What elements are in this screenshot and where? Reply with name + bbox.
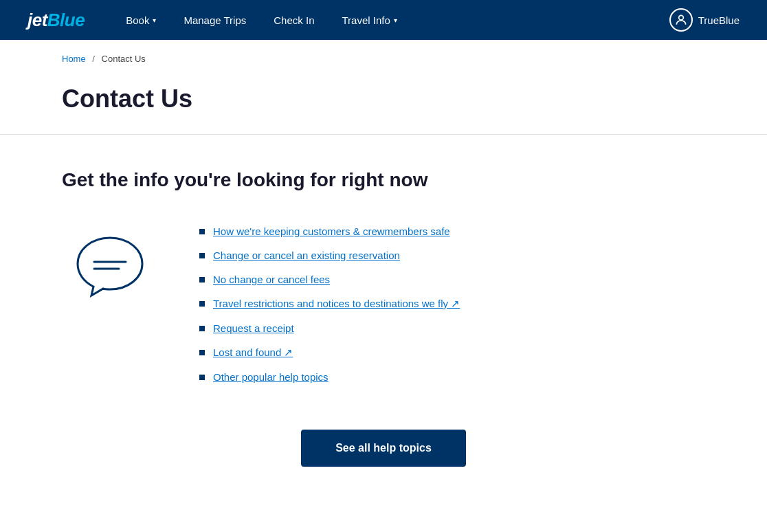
list-item: Other popular help topics [199, 371, 705, 383]
bullet-icon [199, 375, 205, 380]
breadcrumb-separator: / [92, 54, 95, 64]
nav-book[interactable]: Book ▾ [112, 0, 170, 40]
page-title-section: Contact Us [0, 78, 767, 134]
nav-check-in[interactable]: Check In [260, 0, 328, 40]
trueblue-label: TrueBlue [698, 14, 740, 26]
logo[interactable]: jetBlue [27, 10, 85, 31]
bullet-icon [199, 277, 205, 282]
user-avatar-icon [669, 8, 693, 32]
nav-travel-info[interactable]: Travel Info ▾ [328, 0, 410, 40]
help-link-2[interactable]: No change or cancel fees [213, 274, 330, 285]
chat-icon-wrapper [62, 225, 158, 301]
help-link-5[interactable]: Lost and found ↗ [213, 346, 293, 359]
page-title: Contact Us [62, 85, 705, 113]
list-item: How we're keeping customers & crewmember… [199, 225, 705, 237]
info-layout: How we're keeping customers & crewmember… [62, 225, 705, 395]
list-item: Change or cancel an existing reservation [199, 250, 705, 261]
chat-bubble-icon [72, 232, 148, 301]
help-links-list: How we're keeping customers & crewmember… [199, 225, 705, 395]
bullet-icon [199, 301, 205, 307]
breadcrumb-current: Contact Us [102, 54, 146, 64]
list-item: Request a receipt [199, 322, 705, 334]
main-nav: Book ▾ Manage Trips Check In Travel Info… [112, 0, 669, 40]
trueblue-button[interactable]: TrueBlue [669, 8, 740, 32]
chevron-down-icon: ▾ [153, 16, 156, 24]
bullet-icon [199, 350, 205, 355]
section-heading: Get the info you're looking for right no… [62, 169, 705, 191]
list-item: Travel restrictions and notices to desti… [199, 298, 705, 310]
chevron-down-icon: ▾ [394, 16, 397, 24]
header: jetBlue Book ▾ Manage Trips Check In Tra… [0, 0, 767, 40]
help-link-6[interactable]: Other popular help topics [213, 371, 329, 383]
nav-manage-trips[interactable]: Manage Trips [170, 0, 260, 40]
bullet-icon [199, 229, 205, 234]
list-item: No change or cancel fees [199, 274, 705, 285]
bullet-icon [199, 326, 205, 331]
help-link-3[interactable]: Travel restrictions and notices to desti… [213, 298, 460, 310]
breadcrumb-home[interactable]: Home [62, 54, 86, 64]
svg-point-0 [678, 15, 683, 20]
help-link-0[interactable]: How we're keeping customers & crewmember… [213, 225, 450, 237]
cta-section: See all help topics [62, 430, 705, 467]
breadcrumb: Home / Contact Us [0, 40, 767, 78]
see-all-help-topics-button[interactable]: See all help topics [301, 430, 466, 467]
help-link-4[interactable]: Request a receipt [213, 322, 294, 334]
help-link-1[interactable]: Change or cancel an existing reservation [213, 250, 400, 261]
bullet-icon [199, 253, 205, 258]
main-content: Get the info you're looking for right no… [0, 135, 767, 508]
list-item: Lost and found ↗ [199, 346, 705, 359]
